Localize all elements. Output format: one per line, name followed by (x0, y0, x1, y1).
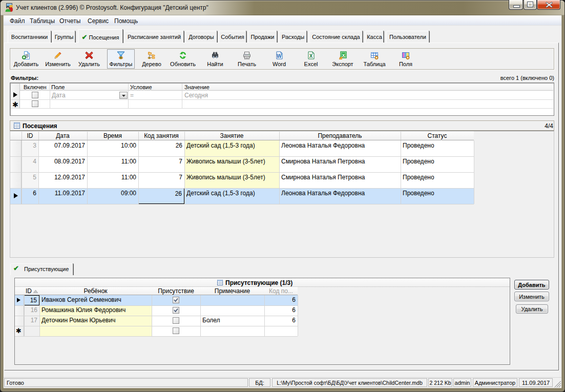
svg-text:W: W (277, 53, 282, 59)
svg-text:X: X (309, 53, 313, 59)
